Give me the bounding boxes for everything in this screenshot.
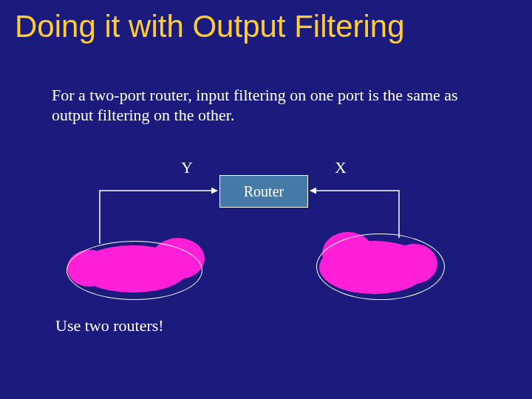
port-label-y: Y — [181, 158, 193, 177]
router-label: Router — [244, 183, 284, 200]
body-paragraph: For a two-port router, input filtering o… — [52, 86, 495, 126]
network-cloud-right — [319, 241, 429, 294]
footnote: Use two routers! — [55, 316, 164, 335]
port-label-x: X — [335, 158, 347, 177]
network-cloud-left — [78, 245, 188, 293]
slide: Doing it with Output Filtering For a two… — [0, 0, 532, 399]
slide-title: Doing it with Output Filtering — [15, 9, 405, 44]
router-box: Router — [219, 175, 308, 208]
